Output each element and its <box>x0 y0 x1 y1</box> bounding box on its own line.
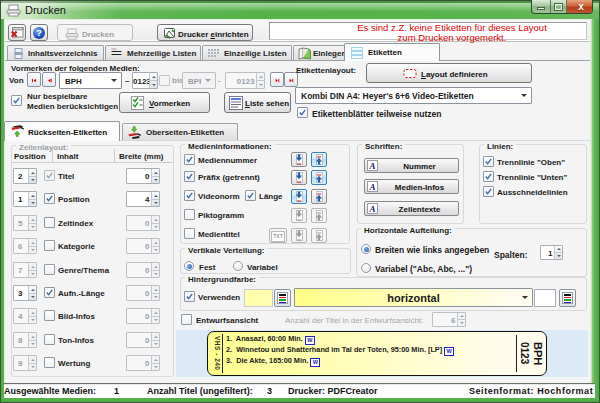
svg-text:xx: xx <box>317 154 322 159</box>
svg-text:xx: xx <box>317 210 322 215</box>
svg-text:xx: xx <box>297 198 302 203</box>
svg-text:xx: xx <box>297 237 302 242</box>
svg-text:xx: xx <box>297 217 302 222</box>
svg-text:xx: xx <box>297 179 302 184</box>
svg-text:xx: xx <box>317 191 322 196</box>
svg-text:xx: xx <box>317 230 322 235</box>
svg-text:xx: xx <box>317 172 322 177</box>
svg-text:xx: xx <box>297 161 302 166</box>
